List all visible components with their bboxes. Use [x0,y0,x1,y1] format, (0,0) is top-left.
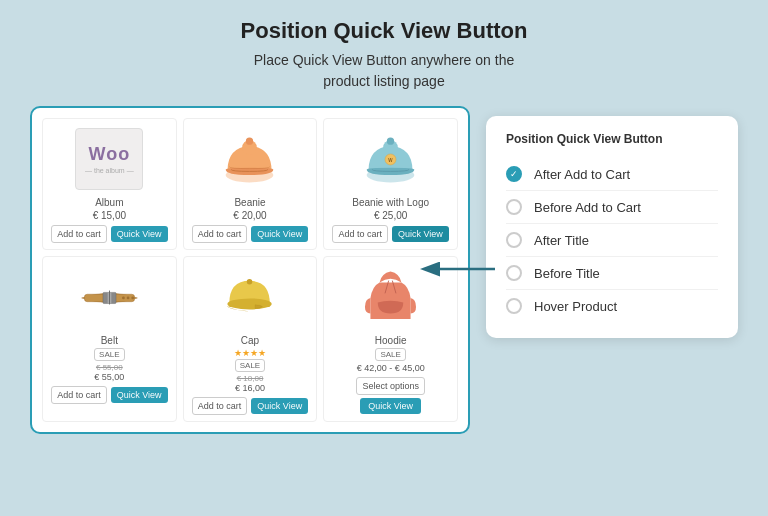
svg-point-5 [387,137,394,144]
product-name-beanie-logo: Beanie with Logo [352,197,429,208]
label-before-title: Before Title [534,266,600,281]
belt-svg [77,270,142,325]
label-before-add-cart: Before Add to Cart [534,200,641,215]
option-hover-product[interactable]: Hover Product [506,290,718,322]
svg-point-14 [131,296,134,299]
option-after-title[interactable]: After Title [506,224,718,257]
add-to-cart-cap[interactable]: Add to cart [192,397,248,415]
position-panel: Position Quick View Button After Add to … [486,116,738,338]
page-subtitle: Place Quick View Button anywhere on thep… [254,50,514,92]
btn-row-cap: Add to cart Quick View [192,397,308,415]
svg-point-13 [127,296,130,299]
price-old-cap: € 18,00 [237,374,264,383]
add-to-cart-beanie[interactable]: Add to cart [192,225,248,243]
beanie-orange-svg [222,129,277,189]
svg-point-12 [122,296,125,299]
product-name-cap: Cap [241,335,259,346]
select-options-hoodie[interactable]: Select options [356,377,425,395]
product-panel: Woo — the album — Album € 15,00 Add to c… [30,106,470,434]
badge-sale-hoodie: SALE [375,348,405,361]
price-hoodie: € 42,00 - € 45,00 [357,363,425,373]
badge-sale-cap: SALE [235,359,265,372]
svg-point-16 [247,279,253,285]
radio-before-title[interactable] [506,265,522,281]
radio-after-title[interactable] [506,232,522,248]
radio-hover-product[interactable] [506,298,522,314]
product-image-album: Woo — the album — [47,125,172,193]
beanie-blue-svg: W [363,129,418,189]
product-price-album: € 15,00 [93,210,126,221]
product-card-album: Woo — the album — Album € 15,00 Add to c… [42,118,177,250]
quick-view-belt[interactable]: Quick View [111,387,168,403]
price-new-cap: € 16,00 [235,383,265,393]
product-image-beanie [188,125,313,193]
product-name-album: Album [95,197,123,208]
woo-logo: Woo — the album — [75,128,143,190]
label-hover-product: Hover Product [534,299,617,314]
quick-view-hoodie[interactable]: Quick View [360,398,421,414]
svg-point-15 [227,298,271,309]
stars-cap: ★★★★ [234,348,266,358]
option-before-title[interactable]: Before Title [506,257,718,290]
quick-view-cap[interactable]: Quick View [251,398,308,414]
woo-sub: — the album — [85,167,134,174]
radio-before-add-cart[interactable] [506,199,522,215]
badge-sale-belt: SALE [94,348,124,361]
price-new-belt: € 55,00 [94,372,124,382]
btn-row-beanie: Add to cart Quick View [192,225,308,243]
add-to-cart-belt[interactable]: Add to cart [51,386,107,404]
price-old-belt: € 55,00 [96,363,123,372]
cap-svg [220,267,280,327]
svg-text:W: W [388,158,393,163]
product-image-belt [47,263,172,331]
woo-text: Woo [89,144,131,165]
product-grid: Woo — the album — Album € 15,00 Add to c… [42,118,458,422]
main-container: Position Quick View Button Place Quick V… [0,0,768,516]
product-price-beanie-logo: € 25,00 [374,210,407,221]
product-name-belt: Belt [101,335,118,346]
option-after-add-cart[interactable]: After Add to Cart [506,158,718,191]
product-card-beanie-logo: W Beanie with Logo € 25,00 Add to cart Q… [323,118,458,250]
content-row: Woo — the album — Album € 15,00 Add to c… [0,106,768,434]
product-image-beanie-logo: W [328,125,453,193]
option-before-add-cart[interactable]: Before Add to Cart [506,191,718,224]
btn-row-beanie-logo: Add to cart Quick View [332,225,448,243]
product-name-beanie: Beanie [234,197,265,208]
radio-after-add-cart[interactable] [506,166,522,182]
product-price-beanie: € 20,00 [233,210,266,221]
label-after-add-cart: After Add to Cart [534,167,630,182]
btn-row-album: Add to cart Quick View [51,225,167,243]
hoodie-svg [363,266,418,328]
quick-view-beanie[interactable]: Quick View [251,226,308,242]
product-card-cap: Cap ★★★★ SALE € 18,00 € 16,00 Add to car… [183,256,318,422]
product-image-hoodie [328,263,453,331]
btn-row-belt: Add to cart Quick View [51,386,167,404]
label-after-title: After Title [534,233,589,248]
add-to-cart-album[interactable]: Add to cart [51,225,107,243]
quick-view-album[interactable]: Quick View [111,226,168,242]
position-panel-title: Position Quick View Button [506,132,718,146]
product-card-hoodie: Hoodie SALE € 42,00 - € 45,00 Select opt… [323,256,458,422]
product-name-hoodie: Hoodie [375,335,407,346]
page-title: Position Quick View Button [241,18,528,44]
svg-point-2 [246,137,253,144]
product-card-beanie: Beanie € 20,00 Add to cart Quick View [183,118,318,250]
product-image-cap [188,263,313,331]
quick-view-beanie-logo[interactable]: Quick View [392,226,449,242]
product-card-belt: Belt SALE € 55,00 € 55,00 Add to cart Qu… [42,256,177,422]
add-to-cart-beanie-logo[interactable]: Add to cart [332,225,388,243]
